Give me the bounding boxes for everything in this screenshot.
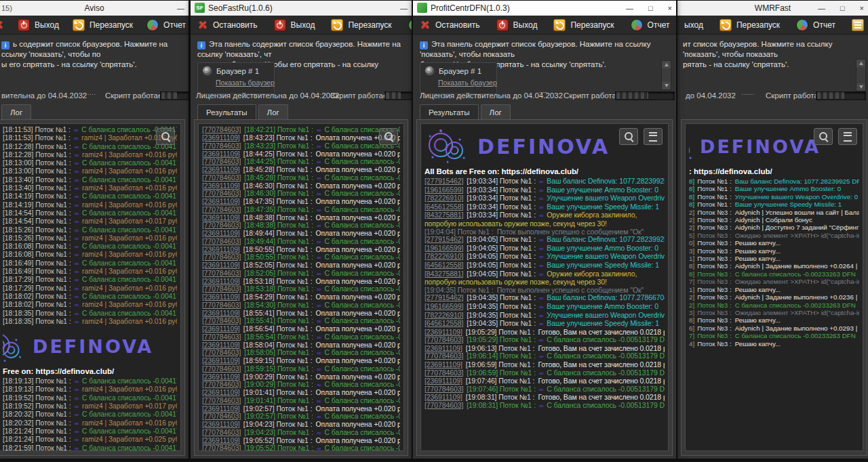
toolbar-label: Перезапуск: [736, 20, 780, 30]
scroll-up-icon[interactable]: [856, 60, 865, 67]
titlebar[interactable]: 15) Aviso —: [0, 1, 189, 16]
log-message: Оплата получена +0.020 р.: [316, 310, 401, 317]
log-id: [236911109]: [202, 246, 240, 253]
show-browser-link[interactable]: Показать браузер: [438, 79, 497, 87]
toolbar-button-report[interactable]: Отчет: [796, 19, 835, 31]
toolbar-button-stop[interactable]: [0, 20, 4, 30]
browser-list-scrollbar[interactable]: [661, 60, 671, 90]
titlebar[interactable]: ProfitCentrDFN(1.0.3) —□×: [413, 1, 676, 16]
log-row: [770784603][19:05:52] Поток №1 :∞С балан…: [202, 444, 400, 451]
window-control[interactable]: —: [818, 1, 825, 16]
menu-icon: [649, 132, 657, 142]
log-row: [236911109][18:55:41] Поток №1 :Оплата п…: [202, 310, 400, 317]
scroll-up-icon[interactable]: [662, 61, 671, 68]
toolbar-button-restart[interactable]: Перезапуск: [331, 19, 391, 31]
log-message: ramiz4 | Заработал +0.016 руб. | Спим 6 …: [82, 301, 177, 308]
show-browser-link[interactable]: Показать браузер: [216, 79, 275, 87]
definova-chain-icon: ∞: [539, 236, 543, 243]
info-line: Эта панель содержит список браузеров. На…: [420, 40, 651, 58]
info-icon: [1, 41, 9, 49]
toolbar-button-stop[interactable]: Остановить: [420, 20, 480, 30]
definova-chain-icon: ∞: [317, 127, 321, 133]
log-head: Поток №3 :: [697, 316, 732, 324]
definova-chain-icon: ∞: [317, 159, 321, 165]
splitter-handle[interactable]: —: [539, 87, 547, 96]
scroll-down-icon[interactable]: [856, 83, 865, 91]
log-head: [19:03:34] Поток №1 :: [467, 211, 536, 219]
log-row: [236911109][18:54:29] Поток №1 :Оплата п…: [202, 293, 400, 301]
log-head: [18:46:30] Поток №1 :: [243, 182, 313, 190]
definova-chain-icon: ∞: [75, 144, 79, 150]
window-control[interactable]: —: [400, 1, 408, 16]
log-output[interactable]: DEFINOVA : https://definova.club/8]Поток…: [685, 123, 863, 451]
toolbar-button-restart[interactable]: Перезапуск: [719, 19, 780, 31]
window-control[interactable]: —: [626, 1, 633, 16]
log-message: С баланса списалось -0.00233263 DFN: [735, 332, 856, 339]
log-message: С баланса списалось -0.00370792 DFN: [324, 206, 400, 213]
log-id: [770784603]: [202, 349, 241, 356]
power-icon: [274, 19, 286, 31]
log-message: Ваше улучшение Ammo Booster: 0: [547, 186, 658, 194]
titlebar[interactable]: SF SeoFastRu(1.0.6) —: [191, 1, 412, 16]
log-head: Поток №3 :: [697, 216, 732, 224]
browser-list-scrollbar[interactable]: [856, 59, 866, 91]
splitter-handle[interactable]: ......: [83, 88, 96, 96]
tab-Лог[interactable]: Лог: [1, 104, 31, 120]
search-button[interactable]: [156, 128, 175, 145]
tab-Лог[interactable]: Лог: [481, 104, 511, 120]
log-row: [18:19:13] Поток №1 :∞ramiz4 | Заработал…: [3, 385, 177, 394]
log-id: [236911109]: [202, 373, 240, 381]
log-row: [18:11:53] Поток №1 :∞С баланса списалос…: [3, 126, 177, 134]
menu-button[interactable]: [838, 128, 857, 145]
log-toolbar: [379, 128, 398, 145]
log-head: [18:17:29] Поток №1 :: [3, 276, 71, 283]
toolbar-button-power[interactable]: Выход: [496, 19, 538, 31]
search-button[interactable]: [814, 128, 833, 145]
toolbar-button-report[interactable]: Отчет: [408, 19, 412, 31]
log-row: 8]Поток №3 :Aidynich | Задание выполнено…: [689, 262, 859, 270]
scroll-down-icon[interactable]: [662, 82, 671, 89]
window-control[interactable]: □: [840, 1, 845, 16]
log-message: С баланса списалось -0.00373221 DFN: [324, 333, 400, 341]
browser-item[interactable]: Браузер # 1 Показать браузер: [420, 62, 497, 94]
log-output[interactable]: [18:11:53] Поток №1 :∞С баланса списалос…: [0, 123, 181, 451]
resources-icon: [852, 19, 864, 31]
splitter-handle[interactable]: ......: [741, 88, 754, 96]
search-button[interactable]: [619, 128, 638, 145]
definova-chain-icon: ∞: [75, 378, 79, 385]
definova-chain-icon: ∞: [75, 251, 79, 258]
toolbar-button-text[interactable]: ыход: [684, 20, 703, 30]
tab-Результаты[interactable]: Результаты: [197, 104, 256, 120]
log-id: [236911109]: [202, 325, 240, 333]
toolbar-button-restart[interactable]: Перезапуск: [73, 19, 133, 31]
titlebar[interactable]: WMRFast —□×: [677, 1, 868, 16]
menu-button[interactable]: [644, 128, 663, 145]
tab-Результаты[interactable]: Результаты: [420, 104, 479, 120]
toolbar-button-report[interactable]: Отчет: [631, 19, 670, 31]
log-id-fragment: 4]: [689, 340, 694, 348]
log-output[interactable]: [770784603][18:42:21] Поток №1 :∞С балан…: [198, 123, 404, 451]
window-profitcentrdfn: ProfitCentrDFN(1.0.3) —□× ОстановитьВыхо…: [412, 0, 677, 459]
tab-Лог[interactable]: Лог: [258, 104, 288, 120]
search-button[interactable]: [379, 128, 398, 145]
splitter-handle[interactable]: ......: [313, 88, 326, 96]
log-row: [18:19:52] Поток №1 :∞ramiz4 | Заработал…: [3, 402, 177, 411]
window-control[interactable]: □: [648, 1, 653, 16]
log-head: [18:53:18] Поток №1 :: [244, 285, 313, 293]
browser-item[interactable]: Браузер # 1 Показать браузер: [197, 62, 275, 94]
report-icon: [146, 19, 159, 31]
toolbar-button-power[interactable]: Выход: [18, 19, 59, 31]
log-id: [770784603]: [202, 158, 241, 165]
log-id-fragment: 8]: [689, 193, 694, 201]
window-control[interactable]: ×: [668, 1, 672, 16]
log-row: [770784603][18:44:25] Поток №1 :∞С балан…: [202, 158, 400, 166]
toolbar-button-resources[interactable]: Отчет о ресурсах: [852, 19, 868, 31]
log-output[interactable]: DEFINOVA All Bots are Free on: https://d…: [420, 123, 669, 451]
log-message: С баланса списалось -0.00417141 DFN: [82, 293, 177, 300]
window-control[interactable]: ×: [860, 1, 864, 16]
toolbar-button-stop[interactable]: Остановить: [197, 20, 258, 30]
toolbar-button-restart[interactable]: Перезапуск: [553, 19, 614, 31]
toolbar-button-report[interactable]: Отчет: [146, 19, 186, 31]
window-control[interactable]: —: [177, 1, 184, 16]
toolbar-button-power[interactable]: Выход: [274, 19, 315, 31]
